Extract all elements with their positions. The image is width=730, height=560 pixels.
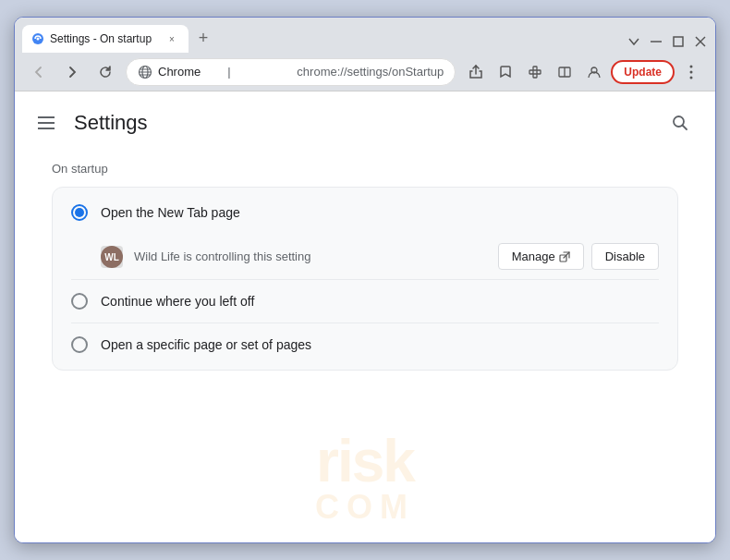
option-continue-label: Continue where you left off <box>101 294 254 309</box>
chevron-down-icon[interactable] <box>627 34 641 49</box>
tab-favicon <box>31 32 44 45</box>
manage-label: Manage <box>512 250 555 263</box>
close-button[interactable] <box>693 34 708 49</box>
address-bar[interactable]: Chrome | chrome://settings/onStartup <box>126 58 456 86</box>
settings-header: Settings <box>15 91 715 154</box>
extension-icon: WL <box>101 246 123 268</box>
bookmark-button[interactable] <box>493 59 518 85</box>
restore-button[interactable] <box>671 34 686 49</box>
svg-point-20 <box>690 70 693 73</box>
watermark: risk COM <box>15 432 715 524</box>
extensions-button[interactable] <box>522 59 548 85</box>
options-card: Open the New Tab page WL Wild Life is co… <box>52 187 678 371</box>
reload-button[interactable] <box>92 59 118 85</box>
back-button[interactable] <box>26 59 52 85</box>
external-link-icon <box>559 251 570 262</box>
svg-rect-13 <box>537 70 541 74</box>
svg-rect-15 <box>533 74 537 78</box>
forward-button[interactable] <box>59 59 85 85</box>
extension-actions: Manage Disable <box>498 243 659 270</box>
extension-row: WL Wild Life is controlling this setting… <box>53 234 677 279</box>
page-title: Settings <box>74 111 649 135</box>
sidebar-menu-button[interactable] <box>33 110 59 136</box>
section-label: On startup <box>52 162 678 176</box>
extension-text: Wild Life is controlling this setting <box>134 250 487 263</box>
disable-button[interactable]: Disable <box>591 243 659 270</box>
split-screen-button[interactable] <box>552 59 578 85</box>
page-content: Settings On startup Open the New Tab pag… <box>15 91 715 542</box>
radio-inner-new-tab <box>75 208 84 217</box>
svg-text:WL: WL <box>104 252 119 262</box>
svg-rect-12 <box>529 70 533 74</box>
svg-rect-3 <box>674 37 683 46</box>
disable-label: Disable <box>605 250 645 263</box>
browser-window: Settings - On startup × + <box>14 17 716 543</box>
more-options-button[interactable] <box>678 59 704 85</box>
startup-section: On startup Open the New Tab page <box>15 154 715 393</box>
share-button[interactable] <box>463 59 489 85</box>
option-new-tab-label: Open the New Tab page <box>101 205 240 220</box>
address-path: chrome://settings/onStartup <box>297 65 444 79</box>
address-site-name: Chrome <box>158 65 222 79</box>
update-label: Update <box>624 66 662 79</box>
svg-point-19 <box>690 65 693 67</box>
tab-close-button[interactable]: × <box>164 31 179 46</box>
window-controls <box>627 34 708 49</box>
manage-button[interactable]: Manage <box>498 243 584 270</box>
active-tab[interactable]: Settings - On startup × <box>22 25 189 53</box>
title-bar: Settings - On startup × + <box>15 18 715 53</box>
svg-line-26 <box>683 126 687 130</box>
content-area: Settings On startup Open the New Tab pag… <box>15 91 715 542</box>
svg-rect-14 <box>533 67 537 70</box>
toolbar-actions: Update <box>463 59 704 85</box>
new-tab-button[interactable]: + <box>190 25 216 51</box>
option-specific[interactable]: Open a specific page or set of pages <box>53 323 677 366</box>
radio-continue[interactable] <box>71 293 88 310</box>
tab-title: Settings - On startup <box>50 32 159 45</box>
address-separator: | <box>227 65 291 79</box>
option-specific-label: Open a specific page or set of pages <box>101 337 311 352</box>
search-button[interactable] <box>663 106 697 140</box>
option-continue[interactable]: Continue where you left off <box>53 280 677 323</box>
radio-specific[interactable] <box>71 336 88 353</box>
svg-point-21 <box>690 76 693 79</box>
profile-button[interactable] <box>581 59 607 85</box>
toolbar: Chrome | chrome://settings/onStartup <box>15 53 715 91</box>
radio-new-tab[interactable] <box>71 204 88 221</box>
minimize-button[interactable] <box>649 34 663 49</box>
svg-point-1 <box>37 38 40 41</box>
update-button[interactable]: Update <box>611 60 675 84</box>
option-new-tab[interactable]: Open the New Tab page <box>53 191 677 234</box>
site-security-icon <box>138 65 152 79</box>
